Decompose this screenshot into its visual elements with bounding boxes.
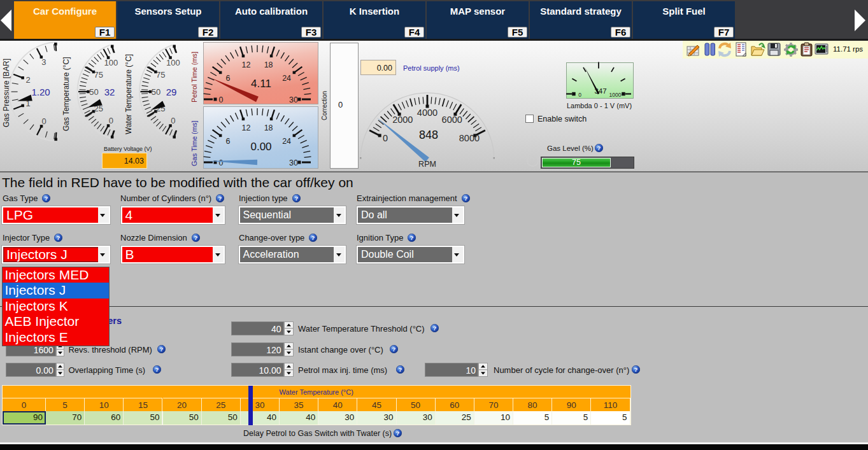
svg-text:RPM: RPM: [418, 160, 436, 169]
svg-text:0: 0: [41, 116, 46, 126]
svg-text:12: 12: [241, 60, 250, 69]
svg-text:24: 24: [282, 74, 291, 83]
svg-text:?: ?: [311, 234, 315, 241]
svg-text:18: 18: [264, 123, 273, 132]
svg-text:100: 100: [166, 58, 180, 67]
svg-text:?: ?: [399, 366, 402, 373]
svg-text:6: 6: [225, 137, 230, 146]
svg-text:3: 3: [41, 57, 46, 67]
svg-text:4.11: 4.11: [251, 78, 271, 90]
svg-text:8000: 8000: [459, 133, 480, 143]
svg-text:?: ?: [433, 325, 437, 332]
svg-text:0: 0: [219, 95, 224, 104]
svg-text:12: 12: [241, 123, 250, 132]
svg-text:0: 0: [578, 92, 581, 98]
svg-text:2000: 2000: [392, 115, 413, 125]
svg-text:?: ?: [410, 234, 414, 241]
svg-text:?: ?: [45, 195, 48, 202]
svg-text:?: ?: [218, 195, 222, 202]
svg-text:?: ?: [396, 430, 400, 437]
svg-text:?: ?: [392, 346, 396, 353]
svg-text:?: ?: [294, 195, 298, 202]
svg-text:4000: 4000: [417, 108, 438, 118]
svg-text:24: 24: [282, 137, 291, 146]
svg-text:0: 0: [219, 158, 224, 167]
svg-text:6: 6: [225, 74, 230, 83]
svg-text:30: 30: [289, 158, 298, 167]
svg-text:29: 29: [166, 87, 177, 97]
svg-text:50: 50: [152, 87, 160, 97]
svg-text:75: 75: [94, 70, 103, 80]
svg-text:50: 50: [89, 87, 98, 97]
svg-text:0: 0: [171, 116, 175, 125]
svg-text:0: 0: [109, 116, 113, 125]
svg-text:0.00: 0.00: [250, 141, 271, 153]
svg-text:?: ?: [160, 346, 164, 353]
svg-text:6000: 6000: [442, 115, 462, 125]
svg-text:75: 75: [156, 70, 165, 80]
svg-text:?: ?: [155, 366, 159, 373]
svg-text:?: ?: [464, 195, 467, 202]
svg-text:1000: 1000: [609, 92, 622, 98]
svg-text:1.20: 1.20: [31, 87, 50, 97]
svg-text:18: 18: [264, 60, 273, 69]
svg-text:32: 32: [104, 87, 115, 97]
svg-text:?: ?: [634, 366, 638, 373]
svg-text:0: 0: [383, 133, 388, 143]
svg-text:848: 848: [419, 129, 438, 141]
svg-text:30: 30: [289, 95, 298, 104]
svg-text:100: 100: [104, 58, 118, 67]
svg-text:?: ?: [57, 234, 60, 241]
svg-text:2: 2: [25, 75, 30, 85]
svg-text:?: ?: [194, 234, 197, 241]
